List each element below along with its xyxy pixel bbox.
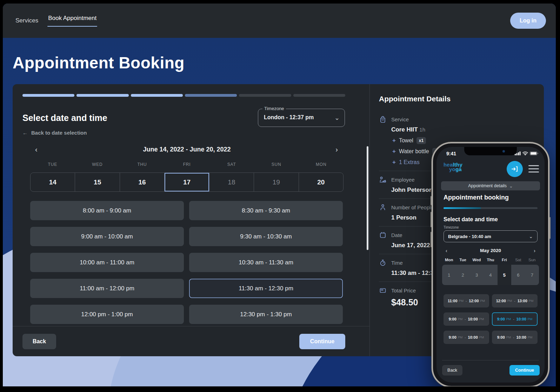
- slot-start: 9:00: [449, 317, 456, 321]
- phone-time-slot[interactable]: 12:00PM - 13:00PM: [492, 294, 538, 307]
- slot-start: 11:00: [448, 299, 458, 303]
- status-icons: [515, 151, 538, 155]
- chevron-down-icon: ⌄: [334, 114, 340, 122]
- phone-power-button: [549, 217, 551, 239]
- phone-date-cell-7[interactable]: 7: [525, 265, 539, 285]
- progress-segment-4: [185, 94, 237, 97]
- phone-date-cell-3[interactable]: 3: [470, 265, 484, 285]
- time-slot[interactable]: 8:30 am - 9:30 am: [189, 201, 343, 220]
- addon-name: Towel: [399, 137, 413, 144]
- service-name: Core HIIT 1h: [391, 126, 535, 133]
- date-cell-19[interactable]: 19: [254, 173, 299, 191]
- top-navbar: Services Book Appointment Log in: [3, 4, 556, 38]
- phone-time-slot[interactable]: 9:00PM - 10:00PM: [444, 331, 489, 344]
- phone-volume-up-button: [431, 212, 432, 227]
- phone-time-slot[interactable]: 9:00PM - 10:00PM: [492, 331, 538, 344]
- section-heading: Select date and time: [22, 113, 107, 123]
- slot-meridiem: PM: [458, 317, 463, 321]
- time-slot[interactable]: 10:30 am - 11:30 am: [189, 253, 343, 272]
- next-week-button[interactable]: ›: [335, 146, 338, 153]
- phone-timezone-select[interactable]: Belgrade - 10:40 am ⌄: [444, 230, 538, 242]
- phone-section-heading: Select date and time: [444, 216, 498, 223]
- phone-time-slot[interactable]: 11:00PM - 12:00PM: [444, 294, 489, 307]
- nav-item-book-appointment[interactable]: Book Appointment: [48, 15, 96, 27]
- phone-month-navigator: ‹ May 2020 ›: [444, 248, 538, 254]
- time-slot[interactable]: 8:00 am - 9:00 am: [30, 201, 184, 220]
- phone-timezone-value: Belgrade - 10:40 am: [448, 234, 491, 239]
- time-slot[interactable]: 9:30 am - 10:30 am: [189, 227, 343, 246]
- phone-time-slot-selected[interactable]: 9:00PM - 10:00PM: [492, 312, 538, 326]
- booking-left-panel: Select date and time Timezone London - 1…: [13, 84, 369, 356]
- prev-week-button[interactable]: ‹: [35, 146, 38, 153]
- battery-icon: [530, 151, 538, 155]
- phone-day-headers: Mon Tue Wed Thu Fri Sat Sun: [442, 258, 539, 262]
- continue-button[interactable]: Continue: [299, 334, 345, 349]
- dash: -: [513, 336, 514, 339]
- stopwatch-icon: [379, 259, 387, 266]
- date-cell-16[interactable]: 16: [120, 173, 165, 191]
- credit-card-icon: [379, 286, 387, 294]
- service-duration: 1h: [419, 127, 425, 133]
- date-label: Date: [391, 232, 402, 238]
- day-header: SAT: [209, 162, 254, 167]
- time-slot[interactable]: 11:00 am - 12:00 pm: [30, 279, 184, 298]
- wifi-icon: [522, 151, 528, 155]
- slot-start: 12:00: [496, 299, 506, 303]
- service-bag-icon: [379, 115, 387, 123]
- progress-segment-2: [76, 94, 128, 97]
- phone-date-cell-1[interactable]: 1: [442, 265, 456, 285]
- week-range-label: June 14, 2022 - June 20, 2022: [30, 146, 344, 153]
- login-button[interactable]: Log in: [510, 13, 546, 29]
- phone-date-cell-6[interactable]: 6: [511, 265, 525, 285]
- dash: -: [465, 317, 466, 321]
- chevron-down-icon: ⌄: [509, 183, 513, 189]
- progress-segment-5: [239, 94, 291, 97]
- phone-date-cell-4[interactable]: 4: [484, 265, 497, 285]
- hamburger-menu-icon[interactable]: [528, 165, 539, 173]
- booking-footer: Back Continue: [13, 326, 369, 356]
- phone-back-button[interactable]: Back: [442, 365, 462, 376]
- phone-camera-dot: [502, 150, 505, 153]
- back-to-date-selection-link[interactable]: ← Back to date selection: [22, 130, 87, 136]
- screenshot-root: Services Book Appointment Log in Appoint…: [0, 0, 560, 392]
- chevron-down-icon: ⌄: [529, 234, 533, 239]
- date-cell-17-selected[interactable]: 17: [165, 173, 209, 191]
- phone-time-slot[interactable]: 9:00PM - 10:00PM: [444, 312, 489, 326]
- next-month-button[interactable]: ›: [534, 248, 535, 254]
- app-window: Services Book Appointment Log in Appoint…: [3, 4, 556, 386]
- progress-segment-3: [131, 94, 183, 97]
- calendar-icon: [379, 231, 387, 239]
- dash: -: [465, 336, 466, 339]
- phone-date-cell-5-selected[interactable]: 5: [498, 265, 511, 285]
- phone-footer-divider: [442, 360, 539, 360]
- timezone-select[interactable]: Timezone London - 12:37 pm ⌄: [258, 109, 345, 127]
- date-cell-18[interactable]: 18: [209, 173, 254, 191]
- time-slot[interactable]: 12:30 pm - 1:30 pm: [189, 305, 343, 324]
- progress-segment-6: [293, 94, 345, 97]
- prev-month-button[interactable]: ‹: [446, 248, 447, 254]
- date-cell-15[interactable]: 15: [75, 173, 120, 191]
- phone-day-header: Tue: [456, 258, 469, 262]
- phone-login-button[interactable]: [507, 161, 523, 177]
- scrollbar[interactable]: [367, 146, 368, 250]
- time-slot[interactable]: 12:00 pm - 1:00 pm: [30, 305, 184, 324]
- progress-segment-1: [22, 94, 74, 97]
- phone-appointment-details-bar[interactable]: Appointment details ⌄: [441, 181, 540, 190]
- phone-day-header: Thu: [484, 258, 497, 262]
- nav-item-services[interactable]: Services: [15, 17, 38, 24]
- date-cell-20[interactable]: 20: [299, 173, 343, 191]
- time-slot-selected[interactable]: 11:30 am - 12:30 pm: [189, 279, 343, 298]
- time-slot[interactable]: 9:00 am - 10:00 am: [30, 227, 184, 246]
- back-button[interactable]: Back: [22, 334, 56, 349]
- healthy-yoga-logo: healthy yoga: [444, 162, 462, 171]
- date-cell-14[interactable]: 14: [31, 173, 75, 191]
- phone-screen: 9:41: [436, 147, 545, 383]
- time-slot[interactable]: 10:00 am - 11:00 am: [30, 253, 184, 272]
- week-navigator: ‹ June 14, 2022 - June 20, 2022 ›: [30, 146, 344, 154]
- person-icon: [379, 203, 387, 211]
- phone-month-label: May 2020: [444, 248, 538, 253]
- dash: -: [513, 317, 514, 321]
- phone-continue-button[interactable]: Continue: [509, 365, 540, 376]
- day-name-headers: TUE WED THU FRI SAT SUN MON: [30, 162, 344, 167]
- phone-date-cell-2[interactable]: 2: [456, 265, 469, 285]
